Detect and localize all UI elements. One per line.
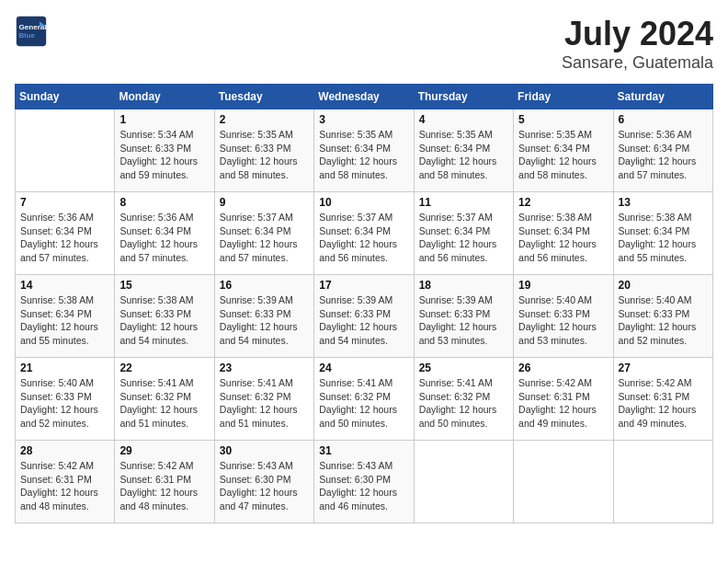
day-number: 27 [619, 362, 708, 374]
calendar-cell: 26Sunrise: 5:42 AM Sunset: 6:31 PM Dayli… [514, 358, 613, 441]
day-number: 24 [319, 362, 408, 374]
day-number: 15 [119, 279, 209, 292]
day-info: Sunrise: 5:37 AM Sunset: 6:34 PM Dayligh… [419, 211, 508, 265]
day-number: 13 [619, 196, 708, 209]
day-info: Sunrise: 5:40 AM Sunset: 6:33 PM Dayligh… [619, 293, 708, 348]
calendar-cell: 3Sunrise: 5:35 AM Sunset: 6:34 PM Daylig… [314, 109, 414, 192]
day-number: 11 [419, 196, 508, 209]
day-info: Sunrise: 5:39 AM Sunset: 6:33 PM Dayligh… [319, 293, 408, 348]
week-row-2: 7Sunrise: 5:36 AM Sunset: 6:34 PM Daylig… [16, 192, 713, 275]
day-info: Sunrise: 5:34 AM Sunset: 6:33 PM Dayligh… [119, 128, 209, 182]
calendar-cell [514, 441, 613, 523]
logo: General Blue [15, 15, 48, 48]
calendar-cell: 30Sunrise: 5:43 AM Sunset: 6:30 PM Dayli… [214, 441, 313, 523]
calendar-cell [16, 109, 115, 192]
day-info: Sunrise: 5:38 AM Sunset: 6:34 PM Dayligh… [20, 293, 109, 348]
logo-icon: General Blue [15, 15, 48, 48]
calendar-cell [613, 441, 712, 523]
day-number: 4 [419, 113, 508, 126]
calendar-cell: 28Sunrise: 5:42 AM Sunset: 6:31 PM Dayli… [16, 441, 115, 523]
day-info: Sunrise: 5:35 AM Sunset: 6:34 PM Dayligh… [518, 128, 608, 182]
calendar-header-row: SundayMondayTuesdayWednesdayThursdayFrid… [16, 85, 713, 109]
week-row-1: 1Sunrise: 5:34 AM Sunset: 6:33 PM Daylig… [16, 109, 713, 192]
calendar-cell: 21Sunrise: 5:40 AM Sunset: 6:33 PM Dayli… [16, 358, 115, 441]
calendar-cell: 5Sunrise: 5:35 AM Sunset: 6:34 PM Daylig… [514, 109, 613, 192]
calendar-cell: 16Sunrise: 5:39 AM Sunset: 6:33 PM Dayli… [214, 275, 313, 358]
calendar-cell: 1Sunrise: 5:34 AM Sunset: 6:33 PM Daylig… [115, 109, 214, 192]
calendar-cell: 8Sunrise: 5:36 AM Sunset: 6:34 PM Daylig… [115, 192, 214, 275]
calendar-table: SundayMondayTuesdayWednesdayThursdayFrid… [15, 84, 713, 523]
day-info: Sunrise: 5:38 AM Sunset: 6:34 PM Dayligh… [518, 211, 608, 265]
column-header-tuesday: Tuesday [214, 85, 313, 109]
week-row-3: 14Sunrise: 5:38 AM Sunset: 6:34 PM Dayli… [16, 275, 713, 358]
calendar-cell: 10Sunrise: 5:37 AM Sunset: 6:34 PM Dayli… [314, 192, 414, 275]
calendar-cell: 7Sunrise: 5:36 AM Sunset: 6:34 PM Daylig… [16, 192, 115, 275]
day-info: Sunrise: 5:37 AM Sunset: 6:34 PM Dayligh… [220, 211, 309, 265]
calendar-cell: 4Sunrise: 5:35 AM Sunset: 6:34 PM Daylig… [414, 109, 513, 192]
calendar-cell: 11Sunrise: 5:37 AM Sunset: 6:34 PM Dayli… [414, 192, 513, 275]
day-number: 19 [518, 279, 608, 292]
calendar-cell: 13Sunrise: 5:38 AM Sunset: 6:34 PM Dayli… [613, 192, 712, 275]
day-info: Sunrise: 5:36 AM Sunset: 6:34 PM Dayligh… [619, 128, 708, 182]
day-number: 16 [220, 279, 309, 292]
day-number: 26 [518, 362, 608, 374]
day-info: Sunrise: 5:43 AM Sunset: 6:30 PM Dayligh… [220, 459, 309, 513]
day-number: 5 [518, 113, 608, 126]
calendar-cell: 2Sunrise: 5:35 AM Sunset: 6:33 PM Daylig… [214, 109, 313, 192]
column-header-saturday: Saturday [613, 85, 712, 109]
day-info: Sunrise: 5:41 AM Sunset: 6:32 PM Dayligh… [119, 376, 209, 431]
page-subtitle: Sansare, Guatemala [562, 53, 713, 73]
day-info: Sunrise: 5:42 AM Sunset: 6:31 PM Dayligh… [20, 459, 109, 513]
day-info: Sunrise: 5:43 AM Sunset: 6:30 PM Dayligh… [319, 459, 408, 513]
day-number: 9 [220, 196, 309, 209]
day-number: 30 [220, 444, 309, 457]
day-info: Sunrise: 5:42 AM Sunset: 6:31 PM Dayligh… [619, 376, 708, 431]
day-info: Sunrise: 5:40 AM Sunset: 6:33 PM Dayligh… [20, 376, 109, 431]
page-header: General Blue July 2024 Sansare, Guatemal… [15, 15, 713, 73]
day-info: Sunrise: 5:38 AM Sunset: 6:33 PM Dayligh… [119, 293, 209, 348]
day-number: 29 [119, 444, 209, 457]
day-info: Sunrise: 5:42 AM Sunset: 6:31 PM Dayligh… [119, 459, 209, 513]
day-number: 31 [319, 444, 408, 457]
day-info: Sunrise: 5:41 AM Sunset: 6:32 PM Dayligh… [419, 376, 508, 431]
calendar-cell: 14Sunrise: 5:38 AM Sunset: 6:34 PM Dayli… [16, 275, 115, 358]
day-number: 14 [20, 279, 109, 292]
calendar-cell: 6Sunrise: 5:36 AM Sunset: 6:34 PM Daylig… [613, 109, 712, 192]
day-number: 20 [619, 279, 708, 292]
day-number: 17 [319, 279, 408, 292]
column-header-thursday: Thursday [414, 85, 513, 109]
svg-text:Blue: Blue [19, 31, 36, 40]
calendar-cell: 24Sunrise: 5:41 AM Sunset: 6:32 PM Dayli… [314, 358, 414, 441]
day-info: Sunrise: 5:41 AM Sunset: 6:32 PM Dayligh… [319, 376, 408, 431]
day-number: 8 [119, 196, 209, 209]
day-number: 22 [119, 362, 209, 374]
column-header-sunday: Sunday [16, 85, 115, 109]
day-number: 3 [319, 113, 408, 126]
calendar-cell: 25Sunrise: 5:41 AM Sunset: 6:32 PM Dayli… [414, 358, 513, 441]
day-info: Sunrise: 5:40 AM Sunset: 6:33 PM Dayligh… [518, 293, 608, 348]
calendar-cell: 18Sunrise: 5:39 AM Sunset: 6:33 PM Dayli… [414, 275, 513, 358]
calendar-cell: 9Sunrise: 5:37 AM Sunset: 6:34 PM Daylig… [214, 192, 313, 275]
day-info: Sunrise: 5:35 AM Sunset: 6:34 PM Dayligh… [419, 128, 508, 182]
calendar-cell: 17Sunrise: 5:39 AM Sunset: 6:33 PM Dayli… [314, 275, 414, 358]
day-number: 23 [220, 362, 309, 374]
title-block: July 2024 Sansare, Guatemala [562, 15, 713, 73]
day-number: 25 [419, 362, 508, 374]
day-info: Sunrise: 5:42 AM Sunset: 6:31 PM Dayligh… [518, 376, 608, 431]
day-number: 10 [319, 196, 408, 209]
day-info: Sunrise: 5:37 AM Sunset: 6:34 PM Dayligh… [319, 211, 408, 265]
day-info: Sunrise: 5:36 AM Sunset: 6:34 PM Dayligh… [20, 211, 109, 265]
day-number: 18 [419, 279, 508, 292]
column-header-monday: Monday [115, 85, 214, 109]
calendar-cell: 29Sunrise: 5:42 AM Sunset: 6:31 PM Dayli… [115, 441, 214, 523]
week-row-5: 28Sunrise: 5:42 AM Sunset: 6:31 PM Dayli… [16, 441, 713, 523]
day-info: Sunrise: 5:35 AM Sunset: 6:33 PM Dayligh… [220, 128, 309, 182]
calendar-body: 1Sunrise: 5:34 AM Sunset: 6:33 PM Daylig… [16, 109, 713, 523]
day-info: Sunrise: 5:39 AM Sunset: 6:33 PM Dayligh… [419, 293, 508, 348]
day-info: Sunrise: 5:41 AM Sunset: 6:32 PM Dayligh… [220, 376, 309, 431]
calendar-cell: 12Sunrise: 5:38 AM Sunset: 6:34 PM Dayli… [514, 192, 613, 275]
day-number: 28 [20, 444, 109, 457]
day-number: 1 [119, 113, 209, 126]
calendar-cell: 19Sunrise: 5:40 AM Sunset: 6:33 PM Dayli… [514, 275, 613, 358]
week-row-4: 21Sunrise: 5:40 AM Sunset: 6:33 PM Dayli… [16, 358, 713, 441]
